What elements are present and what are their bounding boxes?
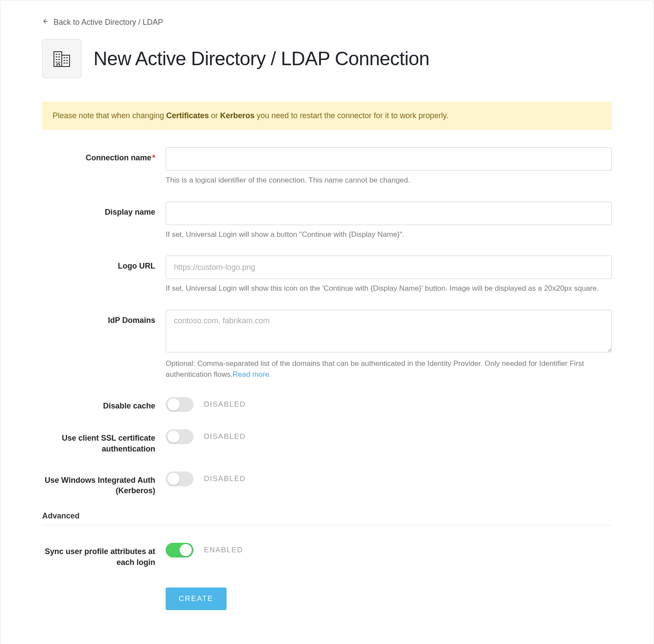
- read-more-link[interactable]: Read more.: [233, 370, 271, 378]
- connection-name-label: Connection name*: [42, 147, 166, 163]
- back-link-label: Back to Active Directory / LDAP: [53, 18, 163, 27]
- toggle-knob: [167, 473, 180, 485]
- field-sync-profile: Sync user profile attributes at each log…: [42, 541, 612, 568]
- create-button[interactable]: CREATE: [166, 588, 227, 610]
- page-container: Back to Active Directory / LDAP New Acti…: [0, 0, 654, 644]
- display-name-hint: If set, Universal Login will show a butt…: [166, 229, 612, 240]
- kerberos-label: Use Windows Integrated Auth (Kerberos): [42, 470, 166, 496]
- svg-rect-17: [57, 64, 60, 66]
- client-ssl-status: DISABLED: [204, 432, 246, 441]
- field-idp-domains: IdP Domains Optional: Comma-separated li…: [42, 310, 612, 380]
- client-ssl-toggle[interactable]: [166, 429, 194, 444]
- advanced-section-heading: Advanced: [42, 511, 612, 525]
- display-name-input[interactable]: [166, 202, 612, 225]
- logo-url-input[interactable]: [166, 256, 612, 279]
- idp-domains-hint: Optional: Comma-separated list of the do…: [166, 359, 612, 380]
- toggle-knob: [167, 431, 180, 443]
- sync-profile-status: ENABLED: [204, 546, 243, 554]
- arrow-left-icon: [42, 18, 49, 27]
- disable-cache-toggle[interactable]: [166, 397, 194, 412]
- kerberos-toggle[interactable]: [166, 471, 194, 486]
- field-display-name: Display name If set, Universal Login wil…: [42, 202, 612, 240]
- field-disable-cache: Disable cache DISABLED: [42, 395, 612, 412]
- page-title: New Active Directory / LDAP Connection: [93, 48, 430, 70]
- actions-row: CREATE: [42, 583, 612, 610]
- back-link[interactable]: Back to Active Directory / LDAP: [42, 18, 163, 27]
- toggle-knob: [167, 398, 180, 411]
- idp-domains-input[interactable]: [166, 310, 612, 352]
- field-logo-url: Logo URL If set, Universal Login will sh…: [42, 256, 612, 294]
- sync-profile-toggle[interactable]: [166, 543, 194, 558]
- sync-profile-label: Sync user profile attributes at each log…: [42, 541, 166, 568]
- disable-cache-label: Disable cache: [42, 395, 166, 411]
- disable-cache-status: DISABLED: [204, 400, 246, 409]
- field-connection-name: Connection name* This is a logical ident…: [42, 147, 612, 186]
- logo-url-hint: If set, Universal Login will show this i…: [166, 283, 612, 294]
- connection-name-hint: This is a logical identifier of the conn…: [166, 175, 612, 186]
- required-marker: *: [152, 153, 155, 162]
- buildings-icon: [42, 39, 81, 78]
- svg-rect-2: [62, 55, 70, 66]
- display-name-label: Display name: [42, 202, 166, 217]
- logo-url-label: Logo URL: [42, 256, 166, 271]
- connection-name-input[interactable]: [166, 147, 612, 171]
- kerberos-status: DISABLED: [204, 475, 246, 483]
- field-client-ssl: Use client SSL certificate authenticatio…: [42, 428, 612, 454]
- field-kerberos: Use Windows Integrated Auth (Kerberos) D…: [42, 470, 612, 496]
- client-ssl-label: Use client SSL certificate authenticatio…: [42, 428, 166, 454]
- notice-banner: Please note that when changing Certifica…: [42, 102, 612, 130]
- page-header: New Active Directory / LDAP Connection: [42, 39, 612, 78]
- toggle-knob: [180, 544, 192, 556]
- idp-domains-label: IdP Domains: [42, 310, 166, 325]
